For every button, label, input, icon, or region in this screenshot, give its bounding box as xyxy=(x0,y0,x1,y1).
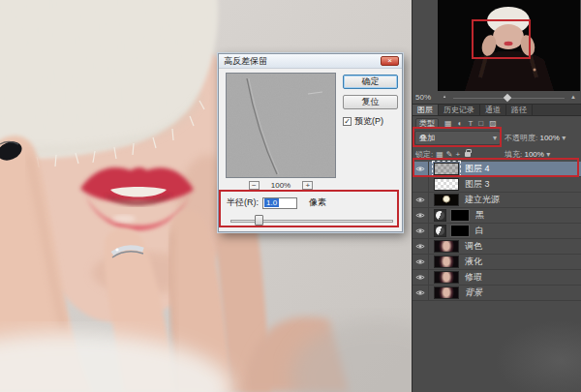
layer-name[interactable]: 建立光源 xyxy=(465,194,500,206)
layer-thumbnail[interactable] xyxy=(434,178,459,191)
visibility-eye-empty[interactable] xyxy=(413,177,429,192)
layer-row-retouch[interactable]: 修瑕 xyxy=(413,270,581,286)
layer-thumbnail[interactable] xyxy=(434,271,459,284)
ok-button[interactable]: 确定 xyxy=(343,75,398,89)
radius-slider-thumb[interactable] xyxy=(255,215,263,226)
blend-mode-dropdown[interactable]: 叠加 ▾ xyxy=(414,131,501,145)
radius-label: 半径(R): xyxy=(227,196,259,209)
chevron-down-icon: ▾ xyxy=(493,132,497,144)
layer-thumbnail[interactable] xyxy=(434,256,459,268)
visibility-eye-icon[interactable] xyxy=(413,162,429,176)
adjustment-layer-icon[interactable] xyxy=(434,209,446,222)
layer-row-white[interactable]: 白 xyxy=(413,224,581,239)
layer-name[interactable]: 调色 xyxy=(465,240,482,253)
blend-mode-value: 叠加 xyxy=(419,134,435,142)
opacity-value[interactable]: 100% xyxy=(539,134,559,142)
visibility-eye-icon[interactable] xyxy=(413,286,429,300)
layer-thumbnail[interactable] xyxy=(434,286,459,299)
visibility-eye-icon[interactable] xyxy=(413,255,429,269)
filter-kind-dropdown[interactable]: 类型 xyxy=(415,118,439,129)
navigator-zoom-slider-thumb[interactable] xyxy=(504,94,511,102)
radius-unit-label: 像素 xyxy=(309,196,326,209)
fill-value[interactable]: 100% xyxy=(524,150,543,159)
layer-row-layer3[interactable]: 图层 3 xyxy=(413,177,581,193)
high-pass-preview-image xyxy=(227,74,335,177)
visibility-eye-icon[interactable] xyxy=(413,193,429,207)
filter-preview[interactable] xyxy=(226,73,336,178)
layer-mask-thumbnail[interactable] xyxy=(450,209,470,222)
navigator-thumbnail[interactable] xyxy=(438,0,580,91)
preview-checkbox-label: 预览(P) xyxy=(354,115,383,128)
visibility-eye-icon[interactable] xyxy=(413,208,429,223)
navigator-image xyxy=(438,0,580,91)
radius-input[interactable]: 1.0 xyxy=(262,197,297,209)
tab-layers[interactable]: 图层 xyxy=(413,105,439,115)
layer-row-black[interactable]: 黑 xyxy=(413,208,581,224)
photoshop-screenshot: 高反差保留 × 确定 复位 ✓ 预览(P) xyxy=(0,0,581,392)
right-panel: 50% ▲ ▲ 图层 历史记录 通道 路径 类型 ▦ ◐ T □ ▨ 叠加 ▾ xyxy=(412,0,581,392)
close-icon[interactable]: × xyxy=(381,56,399,66)
opacity-chevron-icon[interactable]: ▾ xyxy=(562,134,566,142)
radius-slider[interactable] xyxy=(230,215,393,226)
layer-row-liquify[interactable]: 液化 xyxy=(413,255,581,270)
layer-name[interactable]: 白 xyxy=(475,225,484,237)
lock-transparent-pixels-icon[interactable]: ▦ xyxy=(436,150,443,160)
tab-paths[interactable]: 路径 xyxy=(506,105,533,115)
preview-checkbox[interactable]: ✓ xyxy=(343,117,352,126)
preview-zoom-level: 100% xyxy=(271,181,290,190)
reset-button[interactable]: 复位 xyxy=(343,95,398,109)
radius-value: 1.0 xyxy=(264,198,279,207)
zoom-out-button[interactable]: − xyxy=(249,181,260,190)
layer-thumbnail[interactable] xyxy=(434,240,459,253)
layer-thumbnail[interactable] xyxy=(434,163,459,175)
filter-type-icon[interactable]: T xyxy=(468,119,473,129)
filter-adjustment-icon[interactable]: ◐ xyxy=(458,119,463,129)
adjustment-layer-icon[interactable] xyxy=(434,225,446,237)
filter-shape-icon[interactable]: □ xyxy=(478,119,483,129)
lock-position-icon[interactable]: + xyxy=(456,150,461,160)
panel-tab-bar: 图层 历史记录 通道 路径 xyxy=(413,104,581,116)
visibility-eye-icon[interactable] xyxy=(413,270,429,285)
visibility-eye-icon[interactable] xyxy=(413,239,429,254)
filter-smart-object-icon[interactable]: ▨ xyxy=(489,119,497,129)
layer-name[interactable]: 图层 3 xyxy=(465,178,490,191)
lock-all-icon[interactable] xyxy=(465,152,471,157)
dialog-titlebar[interactable]: 高反差保留 xyxy=(219,54,402,69)
layer-name[interactable]: 图层 4 xyxy=(465,163,490,175)
opacity-label: 不透明度: xyxy=(505,134,537,142)
navigator-zoom-in-icon[interactable]: ▲ xyxy=(570,94,576,100)
layer-name[interactable]: 背景 xyxy=(465,286,482,299)
layer-row-background[interactable]: 背景 xyxy=(413,286,581,301)
filter-pixel-icon[interactable]: ▦ xyxy=(444,119,452,129)
navigator-zoom-value[interactable]: 50% xyxy=(415,93,431,102)
layers-list: 图层 4 图层 3 建立光源 黑 xyxy=(413,162,581,301)
navigator-zoom-out-icon[interactable]: ▲ xyxy=(443,95,446,99)
layer-row-color-grade[interactable]: 调色 xyxy=(413,239,581,255)
layer-filter-bar: 类型 ▦ ◐ T □ ▨ xyxy=(413,117,581,130)
tab-channels[interactable]: 通道 xyxy=(480,105,506,115)
layer-name[interactable]: 液化 xyxy=(465,256,482,268)
visibility-eye-icon[interactable] xyxy=(413,224,429,238)
layer-name[interactable]: 黑 xyxy=(475,209,484,222)
layer-name[interactable]: 修瑕 xyxy=(465,271,482,284)
tab-history[interactable]: 历史记录 xyxy=(439,105,480,115)
fill-label: 填充: xyxy=(505,150,522,159)
lock-label: 锁定: xyxy=(415,149,433,160)
lock-image-pixels-icon[interactable]: ✎ xyxy=(446,150,453,160)
layer-thumbnail[interactable] xyxy=(434,194,459,206)
dialog-title: 高反差保留 xyxy=(224,55,267,68)
high-pass-dialog: 高反差保留 × 确定 复位 ✓ 预览(P) xyxy=(218,53,403,232)
layer-row-layer4[interactable]: 图层 4 xyxy=(413,162,581,177)
zoom-in-button[interactable]: + xyxy=(302,181,313,190)
layer-row-light-source[interactable]: 建立光源 xyxy=(413,193,581,208)
fill-chevron-icon[interactable]: ▾ xyxy=(546,150,550,159)
layer-mask-thumbnail[interactable] xyxy=(450,225,470,237)
